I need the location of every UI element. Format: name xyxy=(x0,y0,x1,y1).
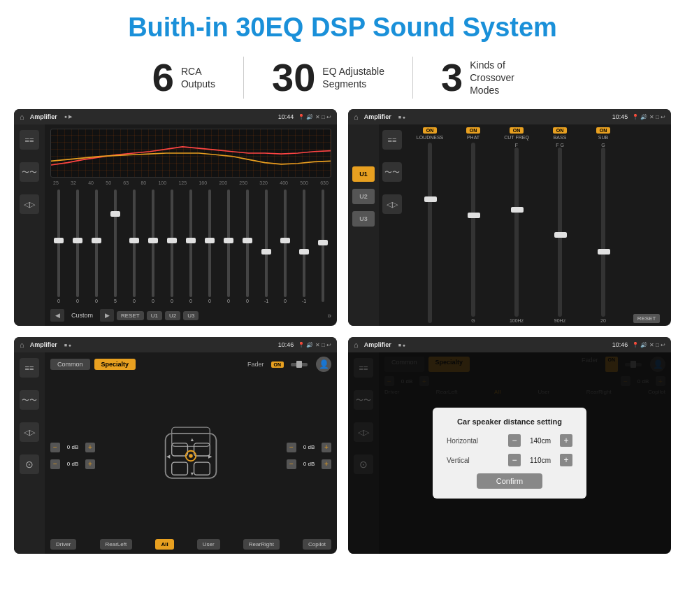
eq-freq-labels: 2532 4050 6380 100125 160200 250320 4005… xyxy=(50,180,331,185)
confirm-button[interactable]: Confirm xyxy=(477,473,543,489)
front-right-db: − 0 dB + xyxy=(287,443,331,452)
stat-label-rca: RCAOutputs xyxy=(181,65,215,90)
vertical-plus-btn[interactable]: + xyxy=(560,454,572,466)
stat-label-crossover: Kinds ofCrossover Modes xyxy=(470,59,533,97)
car-layout: − 0 dB + − 0 dB + xyxy=(50,376,331,535)
status-bar-1: ⌂ Amplifier ● ▶ 10:44 📍 🔊 ✕ □ ↩ xyxy=(14,109,337,124)
u1-btn[interactable]: U1 xyxy=(147,311,162,320)
screen1-content: ≡≡ 〜〜 ◁▷ 2532 4050 6380 100125 160 xyxy=(14,124,337,326)
s3-tabs: Common Specialty Fader ON 👤 xyxy=(50,357,331,372)
rear-left-minus[interactable]: − xyxy=(50,459,60,469)
eq-graph xyxy=(50,129,331,178)
front-left-value: 0 dB xyxy=(62,444,83,450)
vertical-label: Vertical xyxy=(447,457,470,464)
copilot-zone-btn[interactable]: Copilot xyxy=(303,539,331,550)
svg-rect-5 xyxy=(194,462,210,475)
u1-select-btn[interactable]: U1 xyxy=(352,166,375,182)
fader-ctrl-1[interactable]: ≡≡ xyxy=(20,358,39,378)
front-right-minus[interactable]: − xyxy=(287,443,296,452)
u2-select-btn[interactable]: U2 xyxy=(352,189,375,204)
user-icon[interactable]: 👤 xyxy=(316,357,331,372)
user-zone-btn[interactable]: User xyxy=(197,539,220,550)
screen2-title: Amplifier xyxy=(364,113,391,120)
home-icon-1[interactable]: ⌂ xyxy=(20,113,24,121)
front-left-minus[interactable]: − xyxy=(50,443,60,452)
ch-phat: ON PHAT G xyxy=(453,127,493,323)
vertical-row: Vertical − 110cm + xyxy=(447,454,572,466)
screen-crossover: ⌂ Amplifier ■ ● 10:45 📍 🔊 ✕ □ ↩ U1 U2 U3… xyxy=(348,109,671,326)
eq-slider-0: 0 xyxy=(50,189,67,303)
eq-slider-7: 0 xyxy=(182,189,199,303)
reset-btn-eq[interactable]: RESET xyxy=(117,311,144,320)
stat-number-crossover: 3 xyxy=(441,58,463,97)
front-left-plus[interactable]: + xyxy=(85,443,95,452)
rear-left-plus[interactable]: + xyxy=(85,459,95,469)
common-tab[interactable]: Common xyxy=(50,359,90,370)
cross-ctrl-2[interactable]: 〜〜 xyxy=(382,162,402,182)
cross-ctrl-1[interactable]: ≡≡ xyxy=(382,130,402,150)
home-icon-2[interactable]: ⌂ xyxy=(354,113,359,121)
s3-left-controls: ≡≡ 〜〜 ◁▷ ⊙ xyxy=(14,352,45,554)
specialty-tab[interactable]: Specialty xyxy=(94,359,136,370)
ch-bass: ON BASS F G 90Hz xyxy=(540,127,580,323)
next-preset-btn[interactable]: ▶ xyxy=(100,309,114,322)
rear-right-minus[interactable]: − xyxy=(287,459,296,469)
eq-ctrl-3[interactable]: ◁▷ xyxy=(20,194,39,214)
stat-label-eq: EQ AdjustableSegments xyxy=(322,65,384,90)
phat-label: PHAT xyxy=(467,135,480,140)
svg-rect-2 xyxy=(172,443,188,455)
loudness-toggle[interactable]: ON xyxy=(423,127,438,134)
driver-zone-btn[interactable]: Driver xyxy=(50,539,76,550)
prev-preset-btn[interactable]: ◀ xyxy=(50,309,64,322)
status-icons-3: 📍 🔊 ✕ □ ↩ xyxy=(298,342,331,348)
u3-select-btn[interactable]: U3 xyxy=(352,211,375,227)
screen3-time: 10:46 xyxy=(278,341,294,348)
dialog-title: Car speaker distance setting xyxy=(447,417,572,426)
eq-ctrl-2[interactable]: 〜〜 xyxy=(20,162,39,182)
eq-sliders: 0 0 0 5 0 xyxy=(50,189,331,303)
rear-right-zone-btn[interactable]: RearRight xyxy=(243,539,280,550)
front-right-value: 0 dB xyxy=(298,444,319,450)
screen2-content: U1 U2 U3 ≡≡ 〜〜 ◁▷ ON LOUDNESS xyxy=(348,124,671,326)
cross-ctrl-3[interactable]: ◁▷ xyxy=(382,194,402,214)
crossover-reset-btn[interactable]: RESET xyxy=(633,314,661,323)
rear-right-db: − 0 dB + xyxy=(287,459,331,469)
cutfreq-toggle[interactable]: ON xyxy=(510,127,524,134)
u-left-icons: ≡≡ 〜〜 ◁▷ xyxy=(379,124,405,326)
fader-ctrl-2[interactable]: 〜〜 xyxy=(20,390,39,410)
fader-toggle[interactable]: ON xyxy=(271,361,284,368)
fader-ctrl-3[interactable]: ◁▷ xyxy=(20,422,39,442)
rear-right-value: 0 dB xyxy=(298,461,319,467)
home-icon-3[interactable]: ⌂ xyxy=(20,341,24,349)
screen-distance: ⌂ Amplifier ■ ● 10:46 📍 🔊 ✕ □ ↩ ≡≡ 〜〜 ◁▷… xyxy=(348,337,671,554)
horizontal-minus-btn[interactable]: − xyxy=(508,434,521,447)
rear-left-value: 0 dB xyxy=(62,461,83,467)
fader-ctrl-4[interactable]: ⊙ xyxy=(20,454,39,474)
stat-number-rca: 6 xyxy=(152,58,174,97)
stat-crossover: 3 Kinds ofCrossover Modes xyxy=(413,58,561,97)
u2-btn[interactable]: U2 xyxy=(165,311,180,320)
screen-fader: ⌂ Amplifier ■ ● 10:46 📍 🔊 ✕ □ ↩ ≡≡ 〜〜 ◁▷… xyxy=(14,337,337,554)
rear-left-zone-btn[interactable]: RearLeft xyxy=(100,539,133,550)
sub-toggle[interactable]: ON xyxy=(596,127,611,134)
eq-slider-10: 0 xyxy=(239,189,256,303)
horizontal-plus-btn[interactable]: + xyxy=(560,434,572,447)
eq-slider-6: 0 xyxy=(164,189,180,303)
stat-eq: 30 EQ AdjustableSegments xyxy=(244,58,412,97)
eq-ctrl-1[interactable]: ≡≡ xyxy=(20,130,39,150)
bass-toggle[interactable]: ON xyxy=(553,127,568,134)
home-icon-4[interactable]: ⌂ xyxy=(354,341,359,349)
eq-slider-5: 0 xyxy=(145,189,161,303)
vertical-minus-btn[interactable]: − xyxy=(508,454,521,466)
rear-right-plus[interactable]: + xyxy=(322,459,331,469)
phat-toggle[interactable]: ON xyxy=(466,127,481,134)
svg-text:◀: ◀ xyxy=(166,452,171,459)
all-zone-btn[interactable]: All xyxy=(155,539,173,550)
stats-section: 6 RCAOutputs 30 EQ AdjustableSegments 3 … xyxy=(0,50,685,109)
dots-4: ■ ● xyxy=(398,343,405,348)
u3-btn[interactable]: U3 xyxy=(183,311,199,320)
horizontal-row: Horizontal − 140cm + xyxy=(447,434,572,447)
eq-slider-14 xyxy=(315,189,331,303)
more-icon: » xyxy=(327,312,331,320)
front-right-plus[interactable]: + xyxy=(322,443,331,452)
